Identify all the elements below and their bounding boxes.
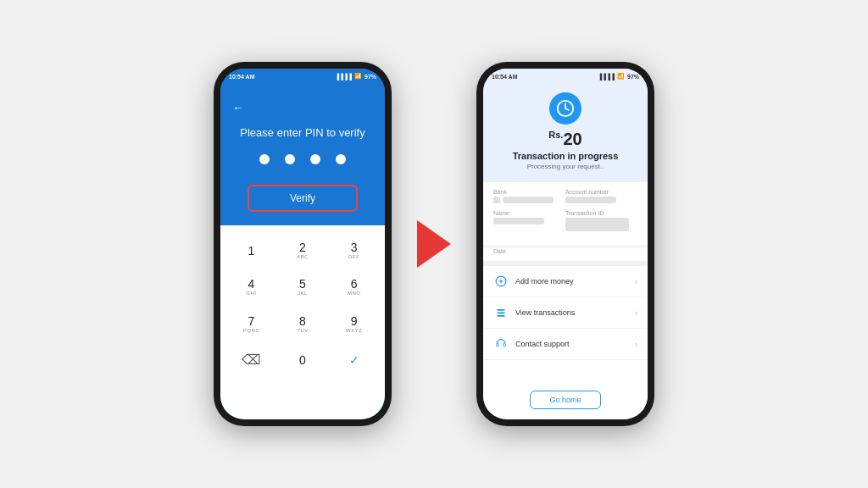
tx-title: Transaction in progress (513, 151, 619, 161)
phone1-top: ← Please enter PIN to verify Verify (220, 69, 385, 225)
phone2-status-bar: 10:54 AM ▐▐▐▐ 📶 97% (483, 69, 648, 84)
phone1-inner: 10:54 AM ▐▐▐▐ 📶 97% ← Please enter PIN t… (220, 69, 385, 419)
key-7[interactable]: 7PQRS (227, 315, 275, 333)
chevron-icon-2: › (635, 340, 637, 349)
phone1: 10:54 AM ▐▐▐▐ 📶 97% ← Please enter PIN t… (214, 62, 392, 426)
key-8[interactable]: 8TUV (279, 315, 327, 333)
tx-id-value (565, 218, 629, 231)
tx-bank-col: Bank (493, 189, 565, 203)
action-view-transactions[interactable]: View transactions › (483, 297, 648, 329)
pin-dot-4 (336, 154, 346, 164)
chevron-icon-1: › (635, 308, 637, 318)
wifi-icon-2: 📶 (617, 73, 625, 80)
key-0[interactable]: 0 (279, 354, 327, 366)
tx-name-col: Name (493, 210, 565, 231)
go-home-button[interactable]: Go home (530, 391, 600, 409)
scene: 10:54 AM ▐▐▐▐ 📶 97% ← Please enter PIN t… (0, 0, 868, 488)
signal-icon: ▐▐▐▐ (335, 74, 352, 80)
svg-rect-6 (497, 315, 504, 317)
headset-icon (493, 336, 509, 352)
key-9[interactable]: 9WXYZ (330, 315, 378, 333)
plus-circle-icon (493, 274, 509, 289)
pin-dots (259, 154, 346, 164)
phone2-inner: 10:54 AM ▐▐▐▐ 📶 97% (483, 69, 648, 419)
phone2-status-icons: ▐▐▐▐ 📶 97% (598, 73, 639, 80)
clock-icon (549, 92, 581, 125)
battery-icon: 97% (364, 74, 376, 80)
phone1-screen: ← Please enter PIN to verify Verify 1 (220, 69, 385, 419)
account-value (565, 197, 616, 203)
amount-display: Rs.20 (548, 130, 581, 149)
contact-support-label: Contact support (515, 340, 635, 348)
pin-title: Please enter PIN to verify (240, 126, 364, 139)
bank-icon-small (493, 197, 500, 203)
go-home-area: Go home (483, 384, 648, 419)
name-value (493, 218, 544, 225)
wifi-icon: 📶 (354, 73, 362, 80)
list-icon (493, 305, 509, 320)
account-label: Account number (565, 189, 637, 195)
key-3[interactable]: 3DEF (330, 241, 378, 259)
chevron-icon-0: › (635, 277, 637, 286)
action-add-money[interactable]: Add more money › (483, 266, 648, 297)
back-arrow-icon[interactable]: ← (232, 101, 244, 114)
battery-icon-2: 97% (627, 74, 639, 80)
view-tx-label: View transactions (515, 308, 635, 317)
phone1-status-bar: 10:54 AM ▐▐▐▐ 📶 97% (220, 69, 385, 84)
tx-row-bank: Bank Account number (493, 189, 637, 203)
key-1[interactable]: 1 (227, 245, 275, 257)
key-2[interactable]: 2ABC (279, 241, 327, 259)
tx-row-name: Name Transaction ID (493, 210, 637, 231)
key-6[interactable]: 6MNO (330, 278, 378, 296)
key-check[interactable]: ✓ (330, 354, 378, 366)
phone1-time: 10:54 AM (229, 74, 254, 80)
key-delete[interactable]: ⌫ (227, 353, 275, 367)
action-contact-support[interactable]: Contact support › (483, 329, 648, 360)
phone2-screen: Rs.20 Transaction in progress Processing… (483, 69, 648, 419)
tx-account-col: Account number (565, 189, 637, 203)
pin-dot-3 (310, 154, 320, 164)
tx-id-col: Transaction ID (565, 210, 637, 231)
bank-value (503, 197, 554, 203)
key-4[interactable]: 4GHI (227, 278, 275, 296)
phone2-time: 10:54 AM (492, 74, 517, 80)
tx-details: Bank Account number (483, 182, 648, 245)
key-5[interactable]: 5JKL (279, 278, 327, 296)
tx-id-label: Transaction ID (565, 210, 637, 216)
pin-dot-1 (259, 154, 270, 164)
bank-label: Bank (493, 189, 565, 195)
forward-arrow-icon (417, 220, 451, 268)
add-money-label: Add more money (515, 277, 635, 286)
svg-rect-5 (497, 312, 504, 313)
tx-subtitle: Processing your request.. (527, 163, 604, 170)
phone1-keypad: 1 2ABC 3DEF 4GHI 5JKL 6MNO 7PQRS 8TUV 9W… (220, 225, 385, 419)
phone1-status-icons: ▐▐▐▐ 📶 97% (335, 73, 376, 80)
phone2: 10:54 AM ▐▐▐▐ 📶 97% (476, 62, 654, 426)
verify-button[interactable]: Verify (248, 185, 358, 212)
svg-rect-4 (497, 309, 504, 311)
transaction-top: Rs.20 Transaction in progress Processing… (483, 69, 648, 182)
action-list: Add more money › View transactions › (483, 266, 648, 384)
pin-dot-2 (285, 154, 295, 164)
name-label: Name (493, 210, 565, 216)
signal-icon-2: ▐▐▐▐ (598, 74, 615, 80)
date-label: Date (483, 248, 648, 261)
